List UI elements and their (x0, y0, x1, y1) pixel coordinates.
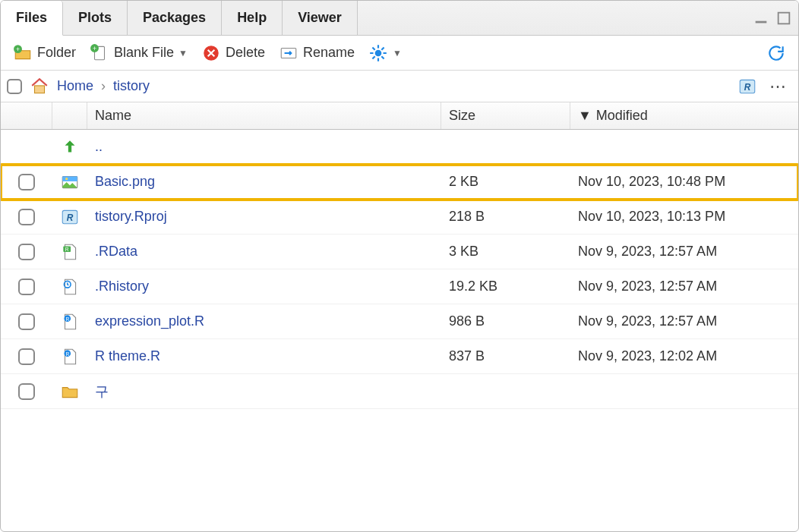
file-row[interactable]: 구 (1, 374, 798, 409)
tabs-bar: Files Plots Packages Help Viewer (1, 1, 798, 36)
rfile-icon: R (60, 312, 80, 332)
file-name[interactable]: 구 (87, 382, 441, 401)
new-folder-icon: + (13, 43, 33, 63)
svg-text:R: R (67, 212, 74, 223)
file-modified: Nov 9, 2023, 12:02 AM (570, 348, 798, 364)
more-options-button[interactable]: ⋯ (765, 77, 792, 96)
file-row[interactable]: Rexpression_plot.R986 BNov 9, 2023, 12:5… (1, 304, 798, 339)
row-checkbox[interactable] (18, 383, 35, 400)
svg-text:R: R (65, 316, 69, 321)
rename-label: Rename (303, 45, 355, 61)
select-all-checkbox[interactable] (7, 79, 22, 94)
column-headers: Name Size ▼ Modified (1, 102, 798, 130)
svg-line-15 (381, 56, 384, 58)
sort-desc-icon: ▼ (578, 108, 592, 124)
parent-directory-row[interactable]: .. (1, 130, 798, 165)
delete-label: Delete (226, 45, 265, 61)
breadcrumb-current[interactable]: tistory (113, 78, 150, 94)
chevron-down-icon: ▼ (393, 48, 402, 58)
row-checkbox[interactable] (18, 174, 35, 190)
file-size: 986 B (441, 313, 570, 329)
rproj-icon: R (60, 207, 80, 227)
tab-packages[interactable]: Packages (128, 1, 222, 35)
svg-rect-22 (62, 176, 77, 181)
file-name[interactable]: expression_plot.R (87, 313, 441, 329)
svg-rect-1 (778, 12, 790, 24)
up-arrow-icon (60, 137, 80, 157)
tab-help[interactable]: Help (222, 1, 283, 35)
file-size: 19.2 KB (441, 279, 570, 294)
rename-button[interactable]: Rename (274, 42, 359, 65)
file-modified: Nov 9, 2023, 12:57 AM (570, 279, 798, 294)
file-name[interactable]: Basic.png (87, 174, 441, 190)
file-modified: Nov 9, 2023, 12:57 AM (570, 244, 798, 260)
svg-text:+: + (93, 44, 96, 52)
file-modified: Nov 10, 2023, 10:13 PM (570, 209, 798, 225)
tab-files[interactable]: Files (1, 1, 63, 36)
refresh-button[interactable] (762, 42, 791, 65)
rfile-icon: R (60, 347, 80, 367)
breadcrumb-home[interactable]: Home (57, 78, 93, 94)
r-project-icon[interactable]: R (737, 77, 757, 96)
new-folder-label: Folder (37, 45, 76, 61)
breadcrumb-separator-icon: › (101, 78, 106, 94)
file-row[interactable]: Basic.png2 KBNov 10, 2023, 10:48 PM (1, 165, 798, 200)
image-icon (60, 172, 80, 192)
folder-icon (60, 382, 80, 401)
files-toolbar: + Folder + Blank File ▼ Delete Rename ▼ (1, 36, 798, 71)
column-modified[interactable]: ▼ Modified (570, 102, 798, 129)
svg-rect-0 (756, 20, 767, 23)
chevron-down-icon: ▼ (178, 48, 188, 58)
column-size[interactable]: Size (441, 102, 570, 129)
column-modified-label: Modified (596, 108, 648, 124)
home-icon[interactable] (30, 77, 49, 96)
rename-icon (279, 43, 298, 63)
file-name[interactable]: tistory.Rproj (87, 209, 441, 225)
row-checkbox[interactable] (18, 209, 35, 225)
svg-text:R: R (744, 82, 751, 93)
svg-text:R: R (65, 246, 69, 251)
svg-rect-18 (35, 85, 45, 93)
gear-icon (368, 43, 388, 63)
file-modified: Nov 10, 2023, 10:48 PM (570, 174, 798, 190)
file-size: 2 KB (441, 174, 570, 190)
row-checkbox[interactable] (18, 313, 35, 330)
blank-file-button[interactable]: + Blank File ▼ (85, 42, 192, 65)
row-checkbox[interactable] (18, 348, 35, 365)
svg-text:R: R (65, 351, 69, 356)
refresh-icon (766, 43, 786, 63)
delete-button[interactable]: Delete (197, 42, 270, 65)
rdata-icon: R (60, 242, 80, 262)
file-row[interactable]: R.RData3 KBNov 9, 2023, 12:57 AM (1, 235, 798, 269)
file-size: 218 B (441, 209, 570, 225)
file-row[interactable]: RR theme.R837 BNov 9, 2023, 12:02 AM (1, 339, 798, 374)
tab-plots[interactable]: Plots (63, 1, 128, 35)
file-name[interactable]: R theme.R (87, 348, 441, 364)
file-row[interactable]: .Rhistory19.2 KBNov 9, 2023, 12:57 AM (1, 269, 798, 304)
parent-directory-label[interactable]: .. (87, 139, 441, 155)
breadcrumb: Home › tistory R ⋯ (1, 71, 798, 102)
blank-file-label: Blank File (114, 45, 174, 61)
row-checkbox[interactable] (18, 279, 35, 295)
file-name[interactable]: .Rhistory (87, 279, 441, 294)
new-folder-button[interactable]: + Folder (8, 42, 81, 65)
more-menu-button[interactable]: ▼ (364, 42, 406, 65)
file-name[interactable]: .RData (87, 244, 441, 260)
file-row[interactable]: Rtistory.Rproj218 BNov 10, 2023, 10:13 P… (1, 200, 798, 235)
file-modified: Nov 9, 2023, 12:57 AM (570, 313, 798, 329)
column-name[interactable]: Name (87, 102, 441, 129)
file-list: .. Basic.png2 KBNov 10, 2023, 10:48 PMRt… (1, 130, 798, 409)
maximize-icon[interactable] (775, 10, 792, 27)
file-size: 837 B (441, 348, 570, 364)
svg-point-9 (375, 49, 382, 56)
blank-file-icon: + (90, 43, 109, 63)
svg-line-16 (381, 47, 384, 49)
svg-line-17 (372, 56, 374, 58)
minimize-icon[interactable] (753, 10, 769, 27)
svg-line-14 (372, 47, 374, 49)
delete-icon (201, 43, 221, 63)
row-checkbox[interactable] (18, 244, 35, 260)
tab-viewer[interactable]: Viewer (283, 1, 358, 35)
svg-text:+: + (16, 45, 20, 52)
file-size: 3 KB (441, 244, 570, 260)
